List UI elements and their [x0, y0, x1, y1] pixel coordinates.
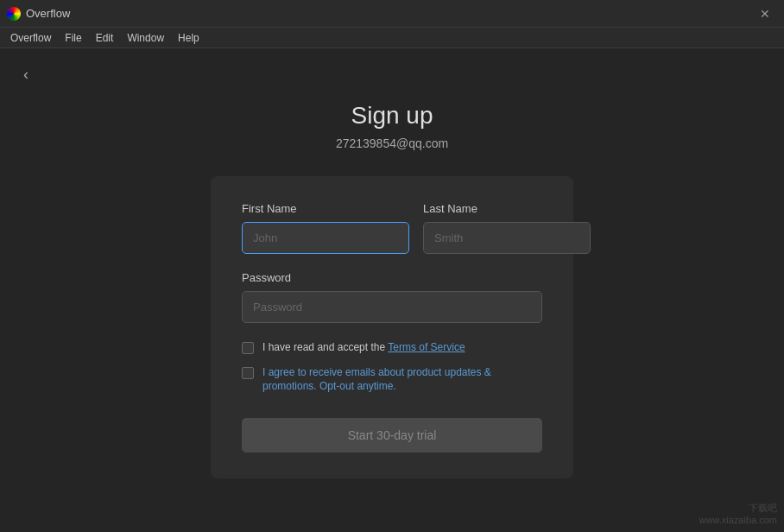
form-card: First Name Last Name Password I have rea… [211, 176, 573, 478]
form-title: Sign up [351, 102, 433, 130]
promo-label: I agree to receive emails about product … [262, 365, 542, 395]
last-name-input[interactable] [423, 222, 591, 254]
password-input[interactable] [242, 291, 542, 323]
title-bar: Overflow ✕ [0, 0, 784, 28]
menu-file[interactable]: File [58, 28, 88, 48]
first-name-group: First Name [242, 202, 409, 254]
menu-overflow[interactable]: Overflow [3, 28, 58, 48]
promo-checkbox-row: I agree to receive emails about product … [242, 365, 542, 395]
tos-checkbox-row: I have read and accept the Terms of Serv… [242, 340, 542, 355]
close-button[interactable]: ✕ [753, 2, 777, 26]
last-name-label: Last Name [423, 202, 591, 215]
tos-checkbox[interactable] [242, 342, 254, 354]
password-group: Password [242, 271, 542, 323]
form-email: 272139854@qq.com [336, 136, 448, 150]
app-title: Overflow [26, 7, 753, 20]
promo-checkbox[interactable] [242, 367, 254, 379]
first-name-label: First Name [242, 202, 409, 215]
menu-help[interactable]: Help [171, 28, 206, 48]
tos-link[interactable]: Terms of Service [388, 341, 465, 353]
app-icon [7, 7, 21, 21]
name-row: First Name Last Name [242, 202, 542, 254]
password-label: Password [242, 271, 542, 284]
menu-edit[interactable]: Edit [89, 28, 121, 48]
watermark: 下载吧 www.xiazaiba.com [699, 502, 777, 525]
main-area: ‹ Sign up 272139854@qq.com First Name La… [0, 48, 784, 532]
start-trial-button[interactable]: Start 30-day trial [242, 418, 542, 453]
menu-bar: Overflow File Edit Window Help [0, 28, 784, 48]
last-name-group: Last Name [423, 202, 591, 254]
back-button[interactable]: ‹ [14, 62, 38, 86]
tos-label: I have read and accept the Terms of Serv… [262, 340, 465, 355]
form-container: Sign up 272139854@qq.com First Name Last… [0, 48, 784, 532]
menu-window[interactable]: Window [120, 28, 171, 48]
first-name-input[interactable] [242, 222, 409, 254]
